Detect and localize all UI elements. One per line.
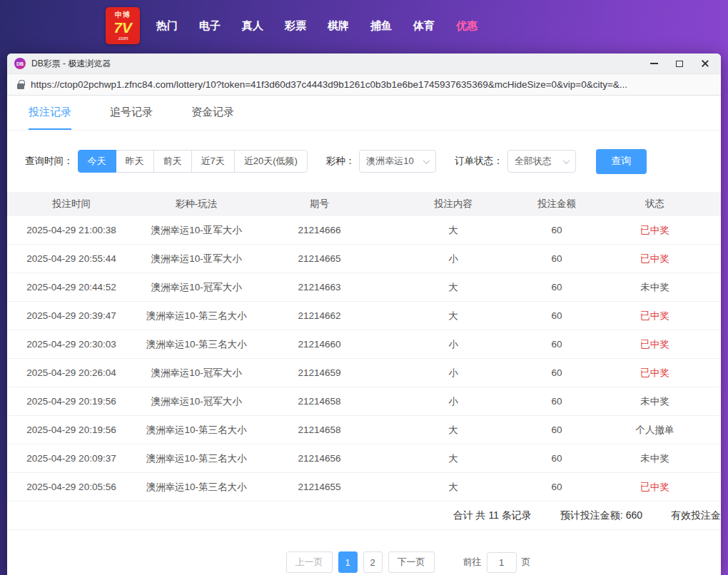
bet-amount: 60: [525, 253, 589, 264]
lock-icon[interactable]: [17, 83, 24, 89]
nav-item-lottery[interactable]: 彩票: [274, 19, 317, 33]
bet-records-table: 投注时间 彩种-玩法 期号 投注内容 投注金额 状态 2025-04-29 21…: [7, 192, 721, 502]
table-row: 2025-04-29 20:19:56 澳洲幸运10-冠军大小 21214658…: [7, 387, 721, 416]
bet-content: 大: [382, 224, 525, 237]
issue: 21214660: [257, 339, 382, 350]
col-bet-amount: 投注金额: [525, 198, 589, 210]
bet-amount: 60: [525, 453, 589, 464]
game-play: 澳洲幸运10-第三名大小: [136, 481, 257, 494]
bet-amount: 60: [525, 225, 589, 235]
nav-item-cards[interactable]: 棋牌: [317, 19, 360, 33]
issue: 21214658: [257, 396, 382, 407]
filter-yesterday[interactable]: 昨天: [116, 150, 154, 173]
filter-daybefore[interactable]: 前天: [153, 150, 192, 173]
bet-content: 大: [382, 310, 525, 322]
table-row: 2025-04-29 20:55:44 澳洲幸运10-亚军大小 21214665…: [7, 245, 721, 273]
bet-time: 2025-04-29 20:05:56: [7, 482, 136, 492]
table-row: 2025-04-29 20:39:47 澳洲幸运10-第三名大小 2121466…: [7, 302, 721, 330]
filter-last7days[interactable]: 近7天: [191, 150, 235, 173]
bet-content: 大: [382, 424, 525, 437]
status-text: 个人撤单: [589, 424, 721, 437]
bet-time: 2025-04-29 20:30:03: [7, 339, 136, 350]
bet-amount: 60: [525, 339, 589, 350]
game-play: 澳洲幸运10-冠军大小: [136, 395, 257, 408]
chevron-down-icon: [562, 157, 570, 164]
tab-chase-records[interactable]: 追号记录: [110, 106, 153, 130]
prev-page-button[interactable]: 上一页: [286, 551, 333, 573]
issue: 21214662: [257, 310, 382, 321]
lottery-select[interactable]: 澳洲幸运10: [359, 150, 436, 173]
bet-content: 大: [382, 452, 525, 465]
bet-content: 小: [382, 253, 525, 265]
site-logo[interactable]: 申博 7V .com: [106, 7, 140, 44]
bet-amount: 60: [525, 367, 589, 378]
bet-amount: 60: [525, 310, 589, 321]
table-row: 2025-04-29 20:30:03 澳洲幸运10-第三名大小 2121466…: [7, 330, 721, 359]
table-header-row: 投注时间 彩种-玩法 期号 投注内容 投注金额 状态: [7, 192, 721, 216]
order-status-select[interactable]: 全部状态: [507, 150, 576, 173]
nav-item-sports[interactable]: 体育: [403, 19, 445, 33]
table-row: 2025-04-29 21:00:38 澳洲幸运10-亚军大小 21214666…: [7, 216, 721, 245]
bet-content: 大: [382, 481, 525, 494]
bet-amount: 60: [525, 424, 589, 435]
maximize-icon: [676, 61, 683, 67]
time-filter-group: 今天 昨天 前天 近7天 近20天(低频): [78, 150, 308, 173]
col-bet-time: 投注时间: [7, 198, 136, 210]
bet-time: 2025-04-29 20:26:04: [7, 367, 136, 378]
order-status-label: 订单状态：: [455, 155, 503, 168]
lottery-filter-label: 彩种：: [326, 155, 355, 168]
issue: 21214656: [257, 453, 382, 464]
bet-content: 小: [382, 395, 525, 408]
minimize-icon: [650, 63, 658, 64]
window-titlebar: DB DB彩票 - 极速浏览器: [7, 54, 721, 73]
goto-page-input[interactable]: [487, 552, 517, 573]
close-button[interactable]: [692, 54, 718, 73]
nav-item-live[interactable]: 真人: [231, 19, 274, 33]
minimize-button[interactable]: [641, 54, 667, 73]
next-page-button[interactable]: 下一页: [388, 551, 435, 573]
page-button-1[interactable]: 1: [338, 551, 358, 573]
order-status-value: 全部状态: [515, 155, 552, 168]
col-bet-content: 投注内容: [382, 198, 525, 210]
tab-fund-records[interactable]: 资金记录: [191, 106, 234, 130]
address-bar[interactable]: https://ctop02pchwp1.zfnc84.com/lottery/…: [7, 73, 721, 96]
nav-item-fishing[interactable]: 捕鱼: [360, 19, 403, 33]
page-content: 投注记录 追号记录 资金记录 查询时间： 今天 昨天 前天 近7天 近20天(低…: [7, 96, 721, 575]
status-text: 已中奖: [589, 481, 721, 494]
table-row: 2025-04-29 20:19:56 澳洲幸运10-第三名大小 2121465…: [7, 416, 721, 444]
nav-item-promo[interactable]: 优惠: [445, 19, 488, 33]
issue: 21214659: [257, 367, 382, 378]
close-icon: [701, 59, 709, 68]
col-status: 状态: [589, 198, 721, 210]
url-text[interactable]: https://ctop02pchwp1.zfnc84.com/lottery/…: [31, 79, 627, 90]
bet-time: 2025-04-29 21:00:38: [7, 225, 136, 235]
bet-time: 2025-04-29 20:09:37: [7, 453, 136, 464]
filter-today[interactable]: 今天: [78, 150, 116, 173]
table-row: 2025-04-29 20:44:52 澳洲幸运10-冠军大小 21214663…: [7, 273, 721, 302]
summary-expected-amount: 预计投注金额: 660: [560, 509, 642, 522]
nav-item-hot[interactable]: 热门: [146, 19, 188, 33]
nav-item-slots[interactable]: 电子: [188, 19, 231, 33]
status-text: 未中奖: [589, 452, 721, 465]
tab-bet-records[interactable]: 投注记录: [29, 106, 71, 130]
bet-time: 2025-04-29 20:55:44: [7, 253, 136, 264]
game-play: 澳洲幸运10-第三名大小: [136, 424, 257, 437]
status-text: 已中奖: [589, 310, 721, 322]
bet-content: 小: [382, 338, 525, 351]
maximize-button[interactable]: [667, 54, 692, 73]
site-header: 申博 7V .com 热门 电子 真人 彩票 棋牌 捕鱼 体育 优惠: [0, 0, 728, 51]
chevron-down-icon: [423, 157, 430, 164]
summary-valid-amount: 有效投注金额: [671, 509, 721, 522]
bet-amount: 60: [525, 282, 589, 292]
issue: 21214658: [257, 424, 382, 435]
bet-time: 2025-04-29 20:44:52: [7, 282, 136, 292]
search-button[interactable]: 查询: [596, 149, 647, 174]
game-play: 澳洲幸运10-第三名大小: [136, 310, 257, 322]
game-play: 澳洲幸运10-第三名大小: [136, 338, 257, 351]
filter-last20days[interactable]: 近20天(低频): [234, 150, 308, 173]
goto-page: 前往 页: [463, 552, 531, 573]
issue: 21214655: [257, 482, 382, 492]
main-nav: 热门 电子 真人 彩票 棋牌 捕鱼 体育 优惠: [146, 19, 488, 33]
bet-time: 2025-04-29 20:19:56: [7, 396, 136, 407]
page-button-2[interactable]: 2: [363, 551, 383, 573]
